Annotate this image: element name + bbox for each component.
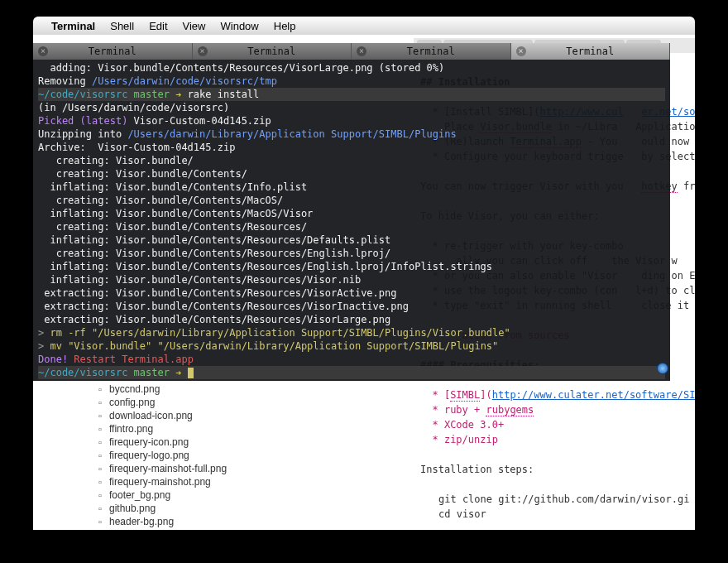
terminal-text: /Users/darwin/code/visorsrc/tmp <box>92 75 277 87</box>
terminal-text: Restart Terminal.app <box>74 354 194 365</box>
terminal-text: creating: Visor.bundle/Contents/MacOS/ <box>38 195 283 206</box>
terminal-tab-label: Terminal <box>89 45 136 58</box>
file-tree-panel[interactable]: ▫byccnd.png▫config.png▫download-icon.png… <box>91 383 356 530</box>
file-name-label: firequery-mainshot.png <box>109 475 211 488</box>
terminal-text: Picked (latest) <box>38 115 134 127</box>
terminal-text: inflating: Visor.bundle/Contents/Resourc… <box>38 234 390 246</box>
file-name-label: ffintro.png <box>109 422 153 435</box>
file-icon: ▫ <box>94 475 106 488</box>
terminal-text: extracting: Visor.bundle/Contents/Resour… <box>38 301 409 312</box>
terminal-tab[interactable]: ×Terminal <box>193 43 352 60</box>
terminal-tabbar: ×Terminal×Terminal×Terminal×Terminal <box>33 43 670 60</box>
file-tree-item[interactable]: ▫download-icon.png <box>91 409 356 422</box>
terminal-text: inflating: Visor.bundle/Contents/Resourc… <box>38 261 492 272</box>
menu-view[interactable]: View <box>183 20 206 32</box>
terminal-text: mv "Visor.bundle" "/Users/darwin/Library… <box>50 340 498 352</box>
file-icon: ▫ <box>94 502 106 515</box>
terminal-tab-label: Terminal <box>407 45 455 58</box>
visor-terminal: ×Terminal×Terminal×Terminal×Terminal add… <box>33 43 670 381</box>
terminal-tab[interactable]: ×Terminal <box>33 43 193 60</box>
terminal-tab-label: Terminal <box>566 45 614 58</box>
menu-app[interactable]: Terminal <box>51 20 95 32</box>
file-icon: ▫ <box>94 422 106 435</box>
file-tree-item[interactable]: ▫firequery-logo.png <box>91 449 356 462</box>
file-icon: ▫ <box>94 449 106 462</box>
terminal-text: inflating: Visor.bundle/Contents/MacOS/V… <box>38 208 313 219</box>
file-icon: ▫ <box>94 515 106 528</box>
mac-menubar: Terminal Shell Edit View Window Help <box>33 17 695 35</box>
terminal-tab-label: Terminal <box>247 45 295 58</box>
terminal-tab[interactable]: ×Terminal <box>511 43 671 60</box>
file-tree-item[interactable]: ▫firequery-icon.png <box>91 435 356 449</box>
terminal-output[interactable]: adding: Visor.bundle/Contents/Resources/… <box>33 60 670 381</box>
close-icon[interactable]: × <box>198 46 208 56</box>
file-tree-item[interactable]: ▫footer_bg.png <box>91 488 356 502</box>
terminal-text: Done! <box>38 354 74 365</box>
menu-window[interactable]: Window <box>221 20 259 32</box>
terminal-text: inflating: Visor.bundle/Contents/Resourc… <box>38 274 361 286</box>
terminal-text: ~/code/visorsrc <box>38 89 134 100</box>
terminal-text: creating: Visor.bundle/Contents/Resource… <box>38 221 307 233</box>
file-icon: ▫ <box>94 396 106 409</box>
terminal-text: ➔ <box>175 89 187 100</box>
file-tree-item[interactable]: ▫ffintro.png <box>91 422 356 435</box>
terminal-text: Unzipping into <box>38 128 127 140</box>
desktop-area: d | o product.html | o default.html | e.… <box>33 35 695 530</box>
terminal-text: adding: Visor.bundle/Contents/Resources/… <box>38 62 444 74</box>
file-tree-item[interactable]: ▫config.png <box>91 396 356 409</box>
file-icon: ▫ <box>94 488 106 502</box>
menu-edit[interactable]: Edit <box>149 20 167 32</box>
menu-help[interactable]: Help <box>274 20 296 32</box>
file-name-label: header-bg.png <box>109 515 174 528</box>
terminal-text: rake install <box>188 89 260 100</box>
terminal-text: Archive: Visor-Custom-04d145.zip <box>38 142 235 153</box>
close-icon[interactable]: × <box>516 46 526 56</box>
file-tree-item[interactable]: ▫header-bg.png <box>91 515 356 528</box>
terminal-text: extracting: Visor.bundle/Contents/Resour… <box>38 287 396 299</box>
terminal-text: ➔ <box>175 367 187 378</box>
file-icon: ▫ <box>94 435 106 449</box>
file-name-label: firequery-logo.png <box>109 449 189 462</box>
file-icon: ▫ <box>94 462 106 475</box>
file-name-label: firequery-mainshot-full.png <box>109 462 227 475</box>
file-icon: ▫ <box>94 409 106 422</box>
terminal-text: creating: Visor.bundle/Contents/Resource… <box>38 248 390 259</box>
file-name-label: github.png <box>109 502 156 515</box>
terminal-text: master <box>134 89 176 100</box>
terminal-text: master <box>134 367 176 378</box>
file-name-label: config.png <box>109 396 155 409</box>
terminal-text: creating: Visor.bundle/Contents/ <box>38 168 247 180</box>
close-icon[interactable]: × <box>357 46 366 56</box>
terminal-text: > <box>38 327 50 339</box>
terminal-text: ~/code/visorsrc <box>38 367 134 378</box>
terminal-text: (in /Users/darwin/code/visorsrc) <box>38 102 229 113</box>
file-name-label: byccnd.png <box>109 383 160 396</box>
terminal-text: extracting: Visor.bundle/Contents/Resour… <box>38 314 390 325</box>
terminal-text: creating: Visor.bundle/ <box>38 155 194 166</box>
terminal-text: Removing <box>38 75 92 87</box>
terminal-text: > <box>38 340 50 352</box>
terminal-text: /Users/darwin/Library/Application Suppor… <box>127 128 456 140</box>
terminal-text: inflating: Visor.bundle/Contents/Info.pl… <box>38 181 307 193</box>
terminal-text: rm -rf "/Users/darwin/Library/Applicatio… <box>50 327 510 339</box>
file-tree-item[interactable]: ▫firequery-mainshot-full.png <box>91 462 356 475</box>
file-name-label: download-icon.png <box>109 409 193 422</box>
file-tree-item[interactable]: ▫firequery-mainshot.png <box>91 475 356 488</box>
terminal-tab[interactable]: ×Terminal <box>352 43 511 60</box>
file-name-label: firequery-icon.png <box>109 435 189 449</box>
file-tree-item[interactable]: ▫byccnd.png <box>91 383 356 396</box>
file-tree-item[interactable]: ▫github.png <box>91 502 356 515</box>
scroll-thumb-icon[interactable] <box>657 363 668 374</box>
file-icon: ▫ <box>94 383 106 396</box>
menu-shell[interactable]: Shell <box>110 20 134 32</box>
terminal-cursor <box>188 368 194 378</box>
close-icon[interactable]: × <box>38 46 48 56</box>
file-name-label: footer_bg.png <box>109 488 170 502</box>
terminal-text: Visor-Custom-04d145.zip <box>134 115 271 127</box>
